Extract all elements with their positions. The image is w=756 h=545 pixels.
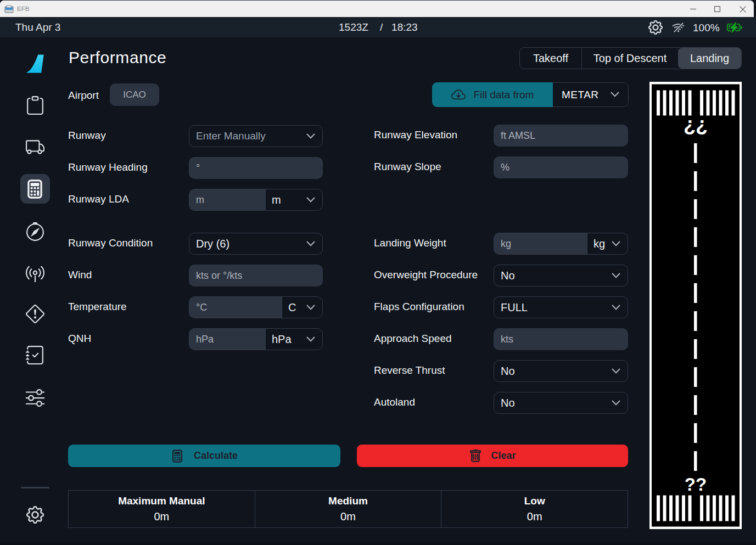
svg-text:??: ?? [684,116,708,138]
svg-text:??: ?? [685,474,707,495]
